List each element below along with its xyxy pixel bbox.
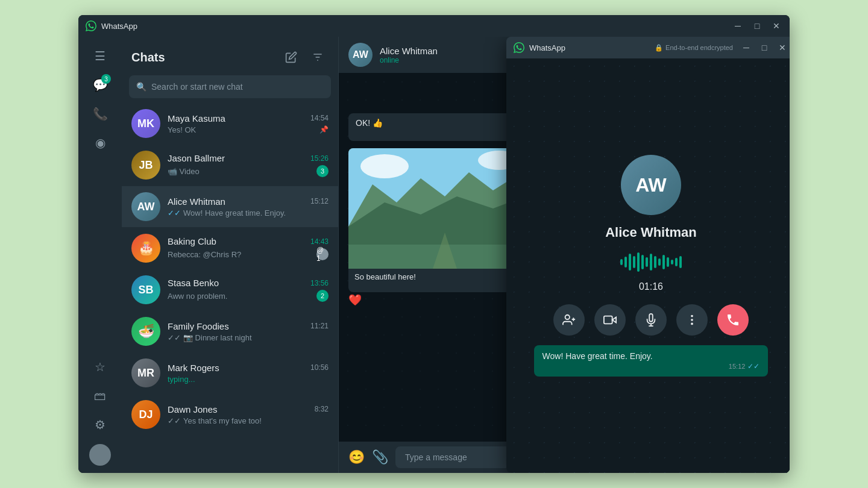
call-actions [553, 304, 749, 336]
avatar-alice: AW [131, 192, 160, 221]
nav-starred-icon[interactable]: ☆ [88, 355, 112, 379]
chat-info-alice: Alice Whitman 15:12 ✓✓ Wow! Have great t… [168, 196, 329, 217]
search-bar: 🔍 [129, 75, 331, 98]
chat-info-maya: Maya Kasuma 14:54 Yes! OK 📌 [168, 113, 329, 134]
svg-point-21 [691, 319, 693, 321]
call-message-check: ✓✓ [747, 362, 760, 371]
avatar-maya: MK [131, 109, 160, 138]
call-timer: 01:16 [639, 281, 663, 292]
nav-menu-icon[interactable]: ☰ [88, 44, 112, 68]
chat-time-mark: 10:56 [310, 363, 329, 372]
emoji-button[interactable]: 😊 [348, 449, 365, 465]
call-last-message: Wow! Have great time. Enjoy. 15:12 ✓✓ [534, 345, 769, 377]
chat-info-jason: Jason Ballmer 15:26 📹 Video 3 [168, 153, 329, 177]
chat-name-dawn: Dawn Jones [168, 404, 218, 414]
chat-preview-baking: Rebecca: @Chris R? [168, 250, 316, 259]
chat-time-maya: 14:54 [310, 114, 329, 122]
chat-item-stasa[interactable]: SB Stasa Benko 13:56 Aww no problem. 2 [122, 269, 338, 311]
nav-archive-icon[interactable]: 🗃 [88, 384, 112, 408]
chat-name-baking: Baking Club [168, 236, 216, 246]
svg-marker-16 [612, 317, 616, 322]
call-mute-button[interactable] [635, 304, 667, 336]
minimize-button[interactable]: ─ [732, 20, 744, 32]
chat-preview-jason: 📹 Video [168, 167, 316, 176]
filter-button[interactable] [307, 46, 329, 68]
call-title-bar: WhatsApp 🔒 End-to-end endcrypted ─ □ ✕ [506, 37, 790, 58]
chat-list: MK Maya Kasuma 14:54 Yes! OK 📌 [122, 103, 338, 473]
avatar-stasa: SB [131, 275, 160, 304]
close-button[interactable]: ✕ [770, 20, 782, 32]
chat-item-baking[interactable]: 🎂 Baking Club 14:43 Rebecca: @Chris R? @… [122, 228, 338, 269]
chat-time-dawn: 8:32 [315, 405, 329, 413]
call-more-button[interactable] [676, 304, 708, 336]
nav-chats-icon[interactable]: 💬 3 [88, 73, 112, 97]
avatar-jason: JB [131, 151, 160, 180]
chat-item-maya[interactable]: MK Maya Kasuma 14:54 Yes! OK 📌 [122, 103, 338, 145]
chat-name-stasa: Stasa Benko [168, 278, 219, 288]
chat-time-jason: 15:26 [310, 154, 329, 163]
call-video-button[interactable] [594, 304, 626, 336]
maximize-button[interactable]: □ [751, 20, 763, 32]
unread-badge-stasa: 2 [316, 290, 329, 302]
avatar-mark: MR [131, 358, 160, 387]
sidebar-header-icons [280, 46, 329, 68]
chat-preview-stasa: Aww no problem. [168, 292, 316, 301]
call-body: AW Alice Whitman [506, 58, 790, 473]
call-waveform [620, 250, 682, 274]
profile-avatar[interactable] [89, 444, 111, 466]
chat-preview-family: ✓✓ 📷 Dinner last night [168, 333, 329, 342]
call-end-button[interactable] [717, 304, 749, 336]
chat-time-family: 11:21 [310, 322, 329, 330]
chat-name-mark: Mark Rogers [168, 363, 219, 373]
call-overlay: WhatsApp 🔒 End-to-end endcrypted ─ □ ✕ A… [506, 37, 790, 473]
sidebar-header: Chats [122, 37, 338, 73]
search-input[interactable] [151, 82, 324, 92]
call-close-button[interactable]: ✕ [776, 42, 788, 54]
svg-point-22 [691, 323, 693, 325]
avatar-baking: 🎂 [131, 234, 160, 263]
chat-preview-alice: ✓✓ Wow! Have great time. Enjoy. [168, 208, 329, 217]
call-window-controls: ─ □ ✕ [740, 42, 788, 54]
chat-info-family: Family Foodies 11:21 ✓✓ 📷 Dinner last ni… [168, 321, 329, 342]
window-controls: ─ □ ✕ [732, 20, 782, 32]
attach-button[interactable]: 📎 [372, 449, 388, 465]
search-icon: 🔍 [136, 82, 146, 92]
call-avatar: AW [621, 155, 681, 215]
chat-info-mark: Mark Rogers 10:56 typing... [168, 363, 329, 384]
nav-settings-icon[interactable]: ⚙ [88, 413, 112, 437]
chat-item-family[interactable]: 🍜 Family Foodies 11:21 ✓✓ 📷 Dinner last … [122, 311, 338, 352]
chat-name-jason: Jason Ballmer [168, 153, 225, 163]
chat-item-alice[interactable]: AW Alice Whitman 15:12 ✓✓ Wow! Have grea… [122, 186, 338, 228]
chat-item-jason[interactable]: JB Jason Ballmer 15:26 📹 Video 3 [122, 145, 338, 186]
chat-item-mark[interactable]: MR Mark Rogers 10:56 typing... [122, 352, 338, 394]
svg-point-20 [691, 315, 693, 318]
call-message-text: Wow! Have great time. Enjoy. [542, 351, 653, 361]
new-chat-button[interactable] [280, 46, 302, 68]
sidebar: Chats [122, 37, 339, 473]
chat-item-dawn[interactable]: DJ Dawn Jones 8:32 ✓✓ Yes that's my fave… [122, 394, 338, 436]
call-caller-name: Alice Whitman [605, 225, 697, 240]
chat-time-stasa: 13:56 [310, 279, 329, 287]
call-add-participant-button[interactable] [553, 304, 585, 336]
whatsapp-logo-titlebar [86, 20, 96, 31]
chat-main: AW Alice Whitman online [339, 37, 790, 473]
unread-badge: 3 [101, 74, 111, 84]
call-maximize-button[interactable]: □ [758, 42, 770, 54]
chat-name-family: Family Foodies [168, 321, 229, 331]
chat-header-avatar[interactable]: AW [348, 43, 373, 67]
chat-info-dawn: Dawn Jones 8:32 ✓✓ Yes that's my fave to… [168, 404, 329, 425]
title-bar: WhatsApp ─ □ ✕ [78, 15, 790, 37]
chat-preview-mark: typing... [168, 375, 329, 384]
unread-badge-baking: @ 1 [316, 248, 329, 260]
left-nav: ☰ 💬 3 📞 ◉ ☆ 🗃 ⚙ [78, 37, 122, 473]
call-message-time: 15:12 [729, 363, 746, 370]
chat-time-alice: 15:12 [310, 197, 329, 205]
avatar-dawn: DJ [131, 400, 160, 429]
nav-status-icon[interactable]: ◉ [88, 131, 112, 155]
call-message-meta: 15:12 ✓✓ [542, 362, 760, 371]
call-minimize-button[interactable]: ─ [740, 42, 752, 54]
nav-calls-icon[interactable]: 📞 [88, 102, 112, 126]
unread-badge-jason: 3 [316, 165, 329, 177]
call-app-title: WhatsApp [529, 43, 655, 52]
avatar-family: 🍜 [131, 317, 160, 346]
